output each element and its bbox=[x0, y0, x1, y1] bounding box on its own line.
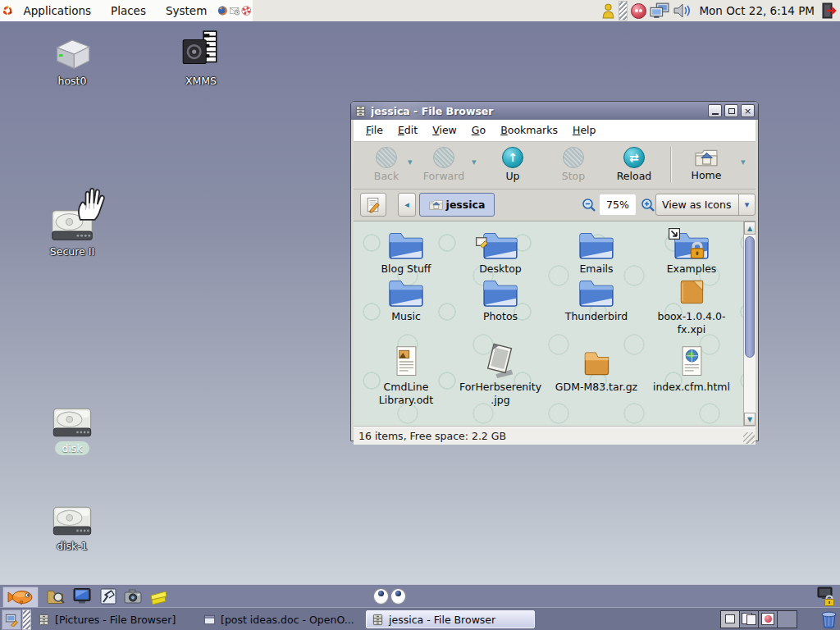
desktop-icon-disk[interactable]: disk bbox=[36, 405, 108, 455]
task-label: jessica - File Browser bbox=[389, 614, 495, 626]
minimize-button[interactable] bbox=[708, 104, 722, 117]
path-button-jessica[interactable]: jessica bbox=[419, 193, 495, 217]
tasklist-drag-handle[interactable] bbox=[22, 609, 31, 630]
menu-applications[interactable]: Applications bbox=[14, 0, 101, 21]
desktop-icon-host0[interactable]: host0 bbox=[36, 34, 108, 88]
back-dropdown-icon[interactable]: ▾ bbox=[408, 157, 413, 167]
file-icon-index-cfm-html[interactable]: index.cfm.html bbox=[646, 345, 737, 394]
workspace-4[interactable] bbox=[778, 611, 797, 628]
file-icon-photos[interactable]: Photos bbox=[454, 274, 546, 323]
desktop-icon-label: disk-1 bbox=[57, 540, 88, 552]
user-presence-icon[interactable] bbox=[601, 3, 615, 19]
camera-icon[interactable] bbox=[123, 587, 143, 605]
file-manager-icon bbox=[372, 614, 384, 626]
back-button[interactable]: Back bbox=[363, 147, 409, 182]
broken-window-icon[interactable] bbox=[98, 587, 118, 605]
file-icon-forherbserenity-jpg[interactable]: ForHerbserenity.jpg bbox=[454, 345, 546, 406]
menu-go[interactable]: Go bbox=[464, 120, 493, 141]
mini-window bbox=[725, 614, 735, 623]
forward-button[interactable]: Forward bbox=[419, 147, 468, 182]
scrollbar-thumb[interactable] bbox=[745, 236, 755, 358]
reload-button[interactable]: ⇄ Reload bbox=[609, 147, 659, 182]
view-mode-select[interactable]: View as Icons ▾ bbox=[655, 194, 756, 216]
menu-system[interactable]: System bbox=[156, 0, 217, 21]
file-icon-blog-stuff[interactable]: Blog Stuff bbox=[360, 226, 452, 276]
file-icon-boox-xpi[interactable]: boox-1.0.4.0-fx.xpi bbox=[646, 274, 737, 336]
path-scroll-left-button[interactable]: ◂ bbox=[398, 193, 416, 217]
scroll-down-button[interactable]: ▼ bbox=[744, 413, 756, 426]
file-label: CmdLine Library.odt bbox=[364, 381, 448, 406]
close-icon: × bbox=[744, 106, 751, 116]
lock-screen-icon[interactable] bbox=[817, 587, 837, 606]
task-jessica-file-browser[interactable]: jessica - File Browser bbox=[366, 610, 535, 628]
keyboard-indicator-icon[interactable] bbox=[619, 1, 628, 21]
file-icon-music[interactable]: Music bbox=[360, 274, 452, 323]
workspace-2[interactable] bbox=[740, 611, 759, 628]
menu-help[interactable]: Help bbox=[565, 120, 604, 141]
file-icon-cmdline-library-odt[interactable]: CmdLine Library.odt bbox=[360, 345, 452, 406]
stop-button[interactable]: Stop bbox=[550, 147, 596, 182]
menu-edit[interactable]: Edit bbox=[390, 120, 425, 141]
window-titlebar[interactable]: jessica - File Browser × bbox=[351, 102, 758, 120]
ubuntu-menu-icon[interactable] bbox=[2, 2, 13, 20]
menu-file[interactable]: File bbox=[358, 120, 390, 141]
task-pictures-file-browser[interactable]: [Pictures - File Browser] bbox=[33, 610, 195, 628]
folder-icon bbox=[387, 277, 425, 308]
reload-arrows-glyph: ⇄ bbox=[629, 151, 639, 164]
show-desktop-button[interactable] bbox=[2, 609, 21, 630]
maximize-button[interactable] bbox=[724, 104, 738, 117]
folder-icon bbox=[387, 230, 425, 261]
trash-applet-icon[interactable] bbox=[819, 609, 838, 629]
workspace-1[interactable] bbox=[721, 611, 740, 628]
file-icon-gdm-m83-tar-gz[interactable]: GDM-M83.tar.gz bbox=[550, 345, 642, 394]
scroll-up-button[interactable]: ▲ bbox=[744, 221, 756, 235]
log-out-icon[interactable] bbox=[820, 2, 838, 20]
zoom-out-icon[interactable] bbox=[582, 198, 596, 212]
folder-icon bbox=[482, 277, 519, 308]
help-launcher-icon[interactable] bbox=[241, 2, 252, 20]
task-label: [Pictures - File Browser] bbox=[55, 614, 176, 626]
home-label: Home bbox=[680, 169, 733, 181]
screensaver-monitor-icon[interactable] bbox=[72, 587, 92, 605]
desktop-area: host0 XMMS Secure II disk disk-1 jessica… bbox=[0, 21, 840, 584]
menu-places[interactable]: Places bbox=[101, 0, 156, 21]
file-icon-examples[interactable]: Examples bbox=[646, 226, 737, 276]
file-label: boox-1.0.4.0-fx.xpi bbox=[650, 310, 733, 336]
xmms-icon bbox=[179, 30, 223, 72]
resize-grip[interactable] bbox=[743, 432, 755, 444]
clock[interactable]: Mon Oct 22, 6:14 PM bbox=[696, 4, 817, 17]
home-icon bbox=[695, 148, 718, 167]
file-icon-emails[interactable]: Emails bbox=[550, 226, 642, 276]
up-button[interactable]: ↑ Up bbox=[490, 147, 536, 182]
vertical-scrollbar[interactable]: ▲ ▼ bbox=[743, 221, 756, 426]
close-button[interactable]: × bbox=[741, 104, 755, 117]
volume-icon[interactable] bbox=[673, 3, 693, 18]
scroll-up-icon: ▲ bbox=[747, 225, 752, 232]
firefox-launcher-icon[interactable] bbox=[217, 2, 228, 20]
archive-icon bbox=[579, 346, 614, 379]
status-ball-icon[interactable] bbox=[631, 3, 646, 19]
eyes-applet[interactable] bbox=[373, 588, 406, 605]
fish-icon bbox=[6, 589, 35, 605]
openoffice-window-icon bbox=[203, 614, 216, 626]
file-icon-desktop[interactable]: Desktop bbox=[454, 226, 546, 276]
toolbar-overflow-icon[interactable]: ▾ bbox=[741, 157, 746, 167]
task-post-ideas-openoffice[interactable]: [post ideas.doc - OpenO... bbox=[199, 610, 363, 628]
desktop-icon-disk-1[interactable]: disk-1 bbox=[36, 504, 108, 553]
email-launcher-icon[interactable] bbox=[230, 2, 240, 20]
network-monitors-icon[interactable] bbox=[650, 2, 670, 20]
workspace-3[interactable] bbox=[759, 611, 778, 628]
file-label: GDM-M83.tar.gz bbox=[555, 381, 638, 394]
search-folder-icon[interactable] bbox=[46, 587, 66, 605]
sticky-notes-icon[interactable] bbox=[149, 587, 169, 605]
forward-dropdown-icon[interactable]: ▾ bbox=[472, 157, 477, 167]
zoom-in-icon[interactable] bbox=[641, 198, 655, 212]
home-button[interactable]: Home bbox=[680, 147, 733, 181]
file-icon-thunderbird[interactable]: Thunderbird bbox=[550, 274, 642, 323]
menu-view[interactable]: View bbox=[425, 120, 464, 141]
menu-bookmarks[interactable]: Bookmarks bbox=[493, 120, 565, 141]
hard-disk-icon bbox=[51, 504, 94, 537]
fish-applet[interactable] bbox=[2, 587, 39, 608]
desktop-icon-xmms[interactable]: XMMS bbox=[165, 30, 237, 88]
edit-location-button[interactable] bbox=[360, 193, 386, 217]
